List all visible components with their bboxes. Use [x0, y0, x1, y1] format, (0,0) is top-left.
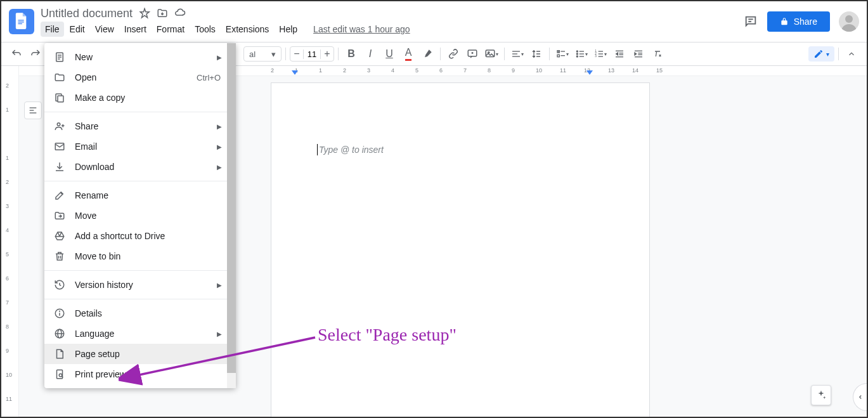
underline-button[interactable]: U	[380, 45, 398, 63]
menu-view[interactable]: View	[91, 22, 119, 37]
file-menu-page-setup[interactable]: Page setup	[44, 344, 236, 364]
menu-item-label: Version history	[75, 280, 227, 290]
doc-title[interactable]: Untitled document	[41, 7, 133, 20]
share-button[interactable]: Share	[767, 11, 830, 32]
font-name-select[interactable]: al▾	[243, 46, 282, 62]
redo-button[interactable]	[27, 45, 44, 63]
file-menu-version-history[interactable]: Version history▶	[44, 275, 236, 295]
submenu-arrow-icon: ▶	[217, 164, 222, 171]
line-spacing-button[interactable]	[528, 45, 545, 63]
editing-mode-button[interactable]: ▾	[808, 46, 834, 62]
comment-button[interactable]	[463, 45, 481, 63]
undo-button[interactable]	[8, 45, 25, 63]
submenu-arrow-icon: ▶	[217, 54, 222, 61]
bold-button[interactable]: B	[342, 45, 360, 63]
file-menu-share[interactable]: Share▶	[44, 116, 236, 136]
menu-item-label: Make a copy	[75, 93, 227, 103]
menu-divider	[44, 181, 236, 181]
indent-decrease-button[interactable]	[611, 45, 628, 63]
menu-edit[interactable]: Edit	[65, 22, 89, 37]
menu-format[interactable]: Format	[152, 22, 189, 37]
file-menu-make-a-copy[interactable]: Make a copy	[44, 88, 236, 108]
image-button[interactable]: ▾	[483, 45, 500, 63]
star-icon[interactable]	[139, 8, 150, 19]
checklist-button[interactable]: ▾	[554, 45, 571, 63]
share-label: Share	[794, 16, 817, 27]
font-size-control[interactable]: − 11 +	[290, 46, 334, 62]
docs-icon	[15, 13, 29, 30]
docs-logo[interactable]	[9, 9, 34, 34]
svg-text:3: 3	[595, 55, 597, 58]
menu-item-label: Add a shortcut to Drive	[75, 231, 227, 241]
file-menu-details[interactable]: Details	[44, 303, 236, 323]
file-menu-add-a-shortcut-to-drive[interactable]: Add a shortcut to Drive	[44, 226, 236, 246]
file-menu-print-preview[interactable]: Print preview	[44, 364, 236, 384]
svg-rect-0	[18, 20, 24, 20]
submenu-arrow-icon: ▶	[217, 123, 222, 130]
svg-point-5	[845, 15, 853, 23]
text-color-button[interactable]: A	[399, 45, 417, 63]
menu-divider	[44, 299, 236, 299]
file-menu-email[interactable]: Email▶	[44, 136, 236, 157]
numbered-list-button[interactable]: 123▾	[592, 45, 609, 63]
menu-extensions[interactable]: Extensions	[221, 22, 273, 37]
folder-move-icon	[53, 209, 66, 222]
last-edit-link[interactable]: Last edit was 1 hour ago	[313, 24, 410, 34]
submenu-arrow-icon: ▶	[217, 330, 222, 337]
file-menu-dropdown: New▶OpenCtrl+OMake a copyShare▶Email▶Dow…	[44, 43, 236, 388]
menu-tools[interactable]: Tools	[190, 22, 220, 37]
file-menu-move-to-bin[interactable]: Move to bin	[44, 246, 236, 266]
copy-icon	[53, 91, 66, 104]
file-new-icon	[53, 51, 66, 63]
pen-icon	[813, 49, 824, 59]
link-button[interactable]	[444, 45, 462, 63]
menu-divider	[44, 270, 236, 271]
page[interactable]: Type @ to insert	[271, 82, 650, 417]
file-menu-language[interactable]: Language▶	[44, 323, 236, 344]
menu-item-label: Details	[75, 308, 227, 318]
font-size-value[interactable]: 11	[303, 49, 321, 59]
font-size-decrease[interactable]: −	[290, 48, 303, 60]
placeholder-text: Type @ to insert	[319, 145, 384, 155]
trash-icon	[53, 250, 66, 263]
cloud-icon[interactable]	[174, 8, 186, 19]
page-setup-icon	[53, 348, 66, 360]
menu-item-label: Download	[75, 162, 227, 172]
move-folder-icon[interactable]	[157, 8, 168, 19]
menu-file[interactable]: File	[41, 22, 64, 37]
avatar[interactable]	[839, 11, 859, 32]
history-icon	[53, 278, 66, 291]
file-menu-download[interactable]: Download▶	[44, 157, 236, 177]
indent-increase-button[interactable]	[630, 45, 647, 63]
person-add-icon	[53, 120, 66, 133]
menu-insert[interactable]: Insert	[120, 22, 151, 37]
file-menu-move[interactable]: Move	[44, 206, 236, 226]
svg-rect-16	[557, 55, 559, 56]
folder-open-icon	[53, 71, 66, 84]
font-size-increase[interactable]: +	[321, 48, 334, 60]
bullet-list-button[interactable]: ▾	[573, 45, 590, 63]
svg-point-54	[60, 311, 60, 311]
file-menu-rename[interactable]: Rename	[44, 185, 236, 206]
collapse-toolbar-button[interactable]	[843, 45, 860, 63]
align-button[interactable]: ▾	[508, 45, 526, 63]
menu-item-label: Email	[75, 141, 227, 152]
menu-item-label: Move to bin	[75, 251, 227, 261]
download-icon	[53, 160, 66, 173]
file-menu-open[interactable]: OpenCtrl+O	[44, 67, 236, 88]
clear-formatting-button[interactable]	[649, 45, 666, 63]
highlight-button[interactable]	[418, 45, 436, 63]
vertical-ruler[interactable]: 2 1 1 2 3 4 5 6 7 8 9 10 11	[4, 76, 14, 417]
menu-item-label: Page setup	[75, 349, 227, 359]
svg-point-22	[576, 56, 578, 57]
italic-button[interactable]: I	[361, 45, 379, 63]
file-menu-new[interactable]: New▶	[44, 47, 236, 67]
menubar: File Edit View Insert Format Tools Exten…	[41, 22, 743, 37]
menu-scrollbar[interactable]	[227, 43, 236, 388]
text-cursor	[317, 144, 318, 155]
svg-rect-47	[58, 96, 63, 102]
explore-button[interactable]	[811, 385, 831, 405]
lock-icon	[780, 17, 789, 26]
menu-help[interactable]: Help	[275, 22, 302, 37]
comments-icon[interactable]	[743, 14, 758, 29]
